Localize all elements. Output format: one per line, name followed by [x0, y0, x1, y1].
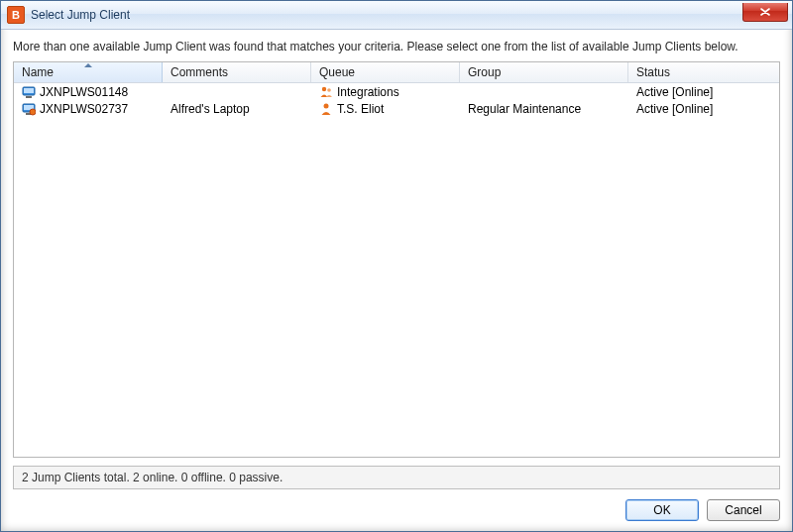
dialog-window: B Select Jump Client More than one avail… [0, 0, 793, 532]
cell-queue-text: T.S. Eliot [337, 102, 384, 116]
person-icon [319, 102, 333, 116]
people-icon [319, 85, 333, 99]
cell-status: Active [Online] [628, 102, 779, 116]
svg-point-3 [322, 86, 326, 90]
cell-group-text: Regular Maintenance [468, 102, 581, 116]
dialog-content: More than one available Jump Client was … [1, 30, 792, 531]
table-body: JXNPLWS01148 [14, 83, 779, 457]
column-header-comments-label: Comments [170, 65, 228, 79]
cell-queue: Integrations [311, 85, 460, 99]
cell-comments-text: Alfred's Laptop [170, 102, 250, 116]
table-header: Name Comments Queue Group Status [14, 62, 779, 83]
button-row: OK Cancel [13, 499, 780, 521]
table-row[interactable]: JXNPLWS01148 [14, 83, 779, 100]
cell-group: Regular Maintenance [460, 102, 628, 116]
cell-comments: Alfred's Laptop [163, 102, 311, 116]
app-icon: B [7, 6, 25, 24]
column-header-status-label: Status [636, 65, 670, 79]
cell-status: Active [Online] [628, 85, 779, 99]
sort-ascending-icon [84, 63, 92, 67]
cell-queue-text: Integrations [337, 85, 399, 99]
cancel-button[interactable]: Cancel [707, 499, 780, 521]
column-header-status[interactable]: Status [628, 62, 779, 82]
instruction-text: More than one available Jump Client was … [13, 40, 780, 53]
column-header-group[interactable]: Group [460, 62, 628, 82]
close-button[interactable] [742, 3, 788, 22]
svg-point-4 [327, 88, 331, 92]
column-header-queue[interactable]: Queue [311, 62, 460, 82]
table-row[interactable]: JXNPLWS02737 Alfred's Laptop T.S. Eliot [14, 100, 779, 117]
svg-point-8 [30, 109, 36, 115]
svg-point-9 [324, 103, 329, 108]
column-header-queue-label: Queue [319, 65, 355, 79]
column-header-name-label: Name [22, 65, 54, 79]
window-title: Select Jump Client [31, 8, 130, 22]
column-header-name[interactable]: Name [14, 62, 163, 82]
title-bar: B Select Jump Client [1, 1, 792, 30]
svg-rect-1 [24, 88, 34, 93]
ok-button[interactable]: OK [625, 499, 699, 521]
cell-name-text: JXNPLWS01148 [40, 85, 128, 99]
jump-client-table: Name Comments Queue Group Status [13, 61, 780, 458]
cell-name: JXNPLWS01148 [14, 85, 163, 99]
column-header-group-label: Group [468, 65, 501, 79]
monitor-icon [22, 85, 36, 99]
cell-status-text: Active [Online] [636, 102, 713, 116]
monitor-badge-icon [22, 102, 36, 116]
status-bar-text: 2 Jump Clients total. 2 online. 0 offlin… [22, 471, 283, 484]
app-icon-letter: B [12, 10, 20, 21]
cell-name-text: JXNPLWS02737 [40, 102, 128, 116]
cell-name: JXNPLWS02737 [14, 102, 163, 116]
cell-status-text: Active [Online] [636, 85, 713, 99]
column-header-comments[interactable]: Comments [163, 62, 311, 82]
svg-rect-2 [26, 96, 32, 98]
close-icon [760, 8, 770, 16]
cell-queue: T.S. Eliot [311, 102, 460, 116]
status-bar: 2 Jump Clients total. 2 online. 0 offlin… [13, 466, 780, 489]
